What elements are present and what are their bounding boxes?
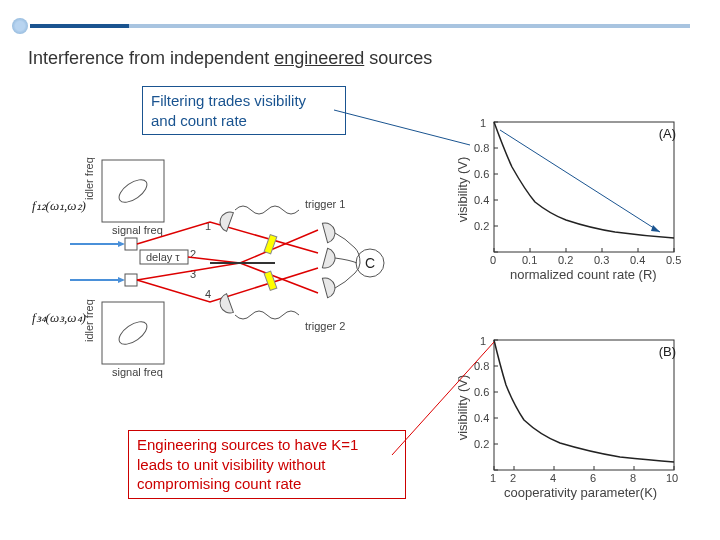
svg-rect-23 — [494, 122, 674, 252]
title-underlined: engineered — [274, 48, 364, 68]
slide-logo-icon — [12, 18, 28, 34]
detector-3 — [322, 248, 337, 270]
header-rule — [30, 24, 690, 28]
jsa-box-top — [102, 160, 164, 222]
joint-spectral-label-34: f₃₄(ω₃,ω₄) — [32, 310, 86, 325]
svg-marker-10 — [118, 277, 125, 283]
detector-5 — [217, 294, 233, 316]
page-title: Interference from independent engineered… — [28, 48, 432, 69]
joint-spectral-label-12: f₁₂(ω₁,ω₂) — [32, 198, 86, 213]
xlabel-a: normalized count rate (R) — [510, 267, 657, 282]
experiment-schematic: f₁₂(ω₁,ω₂) f₃₄(ω₃,ω₄) idler freq signal … — [30, 150, 420, 380]
ylabel-a: visibility (V) — [455, 157, 470, 223]
callout-filtering: Filtering trades visibility and count ra… — [142, 86, 346, 135]
svg-marker-37 — [651, 225, 660, 232]
svg-rect-8 — [125, 238, 137, 250]
panel-label-a: (A) — [659, 126, 676, 141]
svg-text:delay τ: delay τ — [146, 251, 180, 263]
svg-line-36 — [500, 130, 660, 232]
plot-b: (B) visibility (V) cooperativity paramet… — [450, 330, 690, 510]
svg-text:4: 4 — [205, 288, 211, 300]
xlabel-b: cooperativity parameter(K) — [504, 485, 657, 500]
svg-text:idler freq: idler freq — [83, 157, 95, 200]
jsa-box-bottom — [102, 302, 164, 364]
ylabel-b: visibility (V) — [455, 375, 470, 441]
svg-rect-11 — [125, 274, 137, 286]
title-post: sources — [364, 48, 432, 68]
svg-text:trigger 1: trigger 1 — [305, 198, 345, 210]
detector-2 — [322, 221, 337, 243]
plot-a: (A) visibility (V) normalized count rate… — [450, 112, 690, 292]
panel-label-b: (B) — [659, 344, 676, 359]
svg-text:idler freq: idler freq — [83, 299, 95, 342]
svg-rect-38 — [494, 340, 674, 470]
svg-text:trigger 2: trigger 2 — [305, 320, 345, 332]
svg-text:signal freq: signal freq — [112, 366, 163, 378]
svg-marker-7 — [118, 241, 125, 247]
svg-text:C: C — [365, 255, 375, 271]
detector-4 — [322, 276, 337, 298]
title-pre: Interference from independent — [28, 48, 274, 68]
svg-text:signal freq: signal freq — [112, 224, 163, 236]
callout-engineering: Engineering sources to have K=1 leads to… — [128, 430, 406, 499]
